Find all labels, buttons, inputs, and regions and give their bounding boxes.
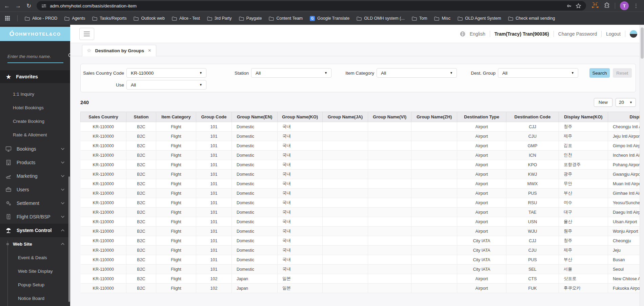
table-cell: 국내	[278, 132, 323, 141]
table-cell: RSU	[506, 198, 559, 208]
sidebar-item-1-1-inquiry[interactable]: 1:1 Inquiry	[0, 87, 70, 101]
page-size-select[interactable]: 20▼	[616, 98, 636, 107]
sidebar-item-notice-board[interactable]: Notice Board	[0, 291, 70, 305]
table-row[interactable]: KR-110000B2CFlight102Japan일본AirportFUK후쿠…	[81, 284, 644, 293]
sidebar-scrollbar[interactable]	[68, 176, 70, 302]
bookmark-item[interactable]: OLD OMH system (...	[357, 16, 404, 21]
new-button[interactable]: New	[594, 98, 612, 107]
table-row[interactable]: KR-110000B2CFlight101Domestic국내AirportRS…	[81, 198, 644, 208]
hamburger-menu-button[interactable]	[79, 28, 94, 40]
sidebar-item-hotel-bookings[interactable]: Hotel Bookings	[0, 101, 70, 114]
address-bar[interactable]: adm.ohmyhotel.com/basis/destination-item	[37, 1, 586, 11]
extensions-puzzle-icon[interactable]	[604, 2, 610, 10]
bookmark-item[interactable]: Outlook web	[134, 16, 164, 21]
table-row[interactable]: KR-110000B2CFlight101Domestic국내AirportTA…	[81, 208, 644, 217]
table-cell: Airport	[457, 227, 506, 236]
reset-button[interactable]: Reset	[613, 68, 632, 78]
sidebar-item-system-control[interactable]: System Control	[0, 224, 70, 237]
bookmark-item[interactable]: Paygate	[239, 16, 262, 21]
browser-menu-icon[interactable]: ⋮	[633, 3, 639, 9]
scrollbar-thumb[interactable]	[641, 27, 644, 59]
sidebar-item-web-site-display[interactable]: Web Site Display	[0, 264, 70, 278]
bookmark-item[interactable]: Tom	[412, 16, 427, 21]
table-row[interactable]: KR-110000B2CFlight101Domestic국내AirportMW…	[81, 179, 644, 189]
sidebar-item-marketing[interactable]: Marketing	[0, 169, 70, 183]
bookmark-item[interactable]: OLD Agent System	[458, 16, 501, 21]
sidebar-item-flight-dsr-bsp[interactable]: Flight DSR/BSP	[0, 210, 70, 224]
search-button[interactable]: Search	[589, 68, 610, 78]
table-row[interactable]: KR-110000B2CFlight101Domestic국내City IATA…	[81, 246, 644, 255]
table-cell: ICN	[506, 151, 559, 160]
bookmark-item[interactable]: Check email sending	[508, 16, 555, 21]
table-row[interactable]: KR-110000B2CFlight101Domestic국내AirportGM…	[81, 141, 644, 151]
bookmark-star-icon[interactable]	[576, 3, 581, 9]
table-row[interactable]: KR-110000B2CFlight101Domestic국내City IATA…	[81, 255, 644, 265]
language-selector[interactable]: English	[470, 31, 485, 37]
table-cell: Airport	[457, 160, 506, 170]
table-row[interactable]: KR-110000B2CFlight101Domestic국내AirportKW…	[81, 170, 644, 179]
table-row[interactable]: KR-110000B2CFlight101Domestic국내City IATA…	[81, 265, 644, 274]
table-cell: Flight	[156, 208, 196, 217]
table-cell: SEL	[506, 265, 559, 274]
sidebar-item-settlement[interactable]: Settlement	[0, 196, 70, 210]
table-cell	[368, 284, 411, 293]
tab-favorite-star-icon[interactable]: ☆	[87, 47, 91, 54]
site-settings-icon[interactable]	[41, 3, 46, 8]
sidebar-item-rate-allotment[interactable]: Rate & Allotment	[0, 128, 70, 141]
bookmark-item[interactable]: 3rd Party	[207, 16, 232, 21]
table-row[interactable]: KR-110000B2CFlight101Domestic국내AirportCJ…	[81, 122, 644, 132]
sales-country-code-select[interactable]: KR-110000▼	[126, 68, 206, 78]
profile-avatar[interactable]: T	[620, 1, 629, 10]
logout-link[interactable]: Logout	[606, 31, 621, 37]
sidebar-item-products[interactable]: Products	[0, 156, 70, 169]
table-row[interactable]: KR-110000B2CFlight101Domestic국내AirportCJ…	[81, 132, 644, 141]
bookmark-item[interactable]: Alice - PROD	[25, 16, 57, 21]
tab-destination-by-groups[interactable]: ☆ Destination by Groups ✕	[82, 45, 156, 56]
use-select[interactable]: All▼	[126, 80, 206, 90]
table-cell: Airport	[457, 198, 506, 208]
metamask-extension-icon[interactable]	[591, 2, 599, 10]
table-row[interactable]: KR-110000B2CFlight101Domestic국내AirportPU…	[81, 189, 644, 198]
search-icon[interactable]	[68, 53, 70, 60]
user-name[interactable]: Tram(Tracy) Tran(90036)	[495, 31, 549, 37]
table-cell	[323, 122, 368, 132]
table-row[interactable]: KR-110000B2CFlight102Japan일본AirportCTS삿포…	[81, 274, 644, 284]
dest-group-select[interactable]: All▼	[498, 68, 578, 78]
sidebar-item-create-booking[interactable]: Create Booking	[0, 114, 70, 128]
table-cell: PUS	[506, 255, 559, 265]
apps-grid-icon[interactable]	[5, 16, 10, 21]
sidebar-section-favorites[interactable]: ★ Favorites	[0, 70, 70, 83]
password-key-icon[interactable]	[566, 3, 572, 9]
theme-toggle-icon[interactable]	[630, 30, 637, 38]
station-select[interactable]: All▼	[251, 68, 331, 78]
sidebar-item-bookings[interactable]: Bookings	[0, 142, 70, 156]
table-row[interactable]: KR-110000B2CFlight101Domestic국내AirportWJ…	[81, 227, 644, 236]
sidebar-item-users[interactable]: Users	[0, 183, 70, 196]
sidebar-item-web-site[interactable]: Web Site	[0, 237, 70, 251]
change-password-link[interactable]: Change Password	[558, 31, 597, 37]
table-row[interactable]: KR-110000B2CFlight101Domestic국내City IATA…	[81, 236, 644, 246]
bookmark-item[interactable]: Misc	[434, 16, 450, 21]
bookmark-item[interactable]: Content Team	[269, 16, 303, 21]
table-row[interactable]: KR-110000B2CFlight101Domestic국내AirportUS…	[81, 217, 644, 227]
table-cell: Domestic	[232, 179, 278, 189]
back-icon[interactable]: ←	[4, 3, 10, 9]
sidebar-item-event-deals[interactable]: Event & Deals	[0, 251, 70, 264]
app-logo[interactable]: Ó OHMYHOTEL&CO	[0, 27, 70, 41]
bookmark-item[interactable]: GGoogle Translate	[310, 16, 349, 21]
sidebar-item-popup-setup[interactable]: Popup Setup	[0, 278, 70, 291]
table-cell: Domestic	[232, 122, 278, 132]
reload-icon[interactable]: ↻	[26, 3, 31, 9]
forward-icon[interactable]: →	[15, 3, 21, 9]
table-cell: 부산	[559, 255, 608, 265]
item-category-select[interactable]: All▼	[377, 68, 457, 78]
page-scrollbar[interactable]	[640, 25, 644, 306]
tab-close-icon[interactable]: ✕	[148, 48, 151, 53]
bookmark-item[interactable]: Agents	[64, 16, 85, 21]
table-row[interactable]: KR-110000B2CFlight101Domestic국내AirportIC…	[81, 151, 644, 160]
menu-search-input[interactable]	[7, 54, 68, 59]
table-cell	[323, 151, 368, 160]
bookmark-item[interactable]: Tasks/Reports	[92, 16, 126, 21]
table-row[interactable]: KR-110000B2CFlight101Domestic국내AirportKP…	[81, 160, 644, 170]
bookmark-item[interactable]: Alice - Test	[172, 16, 200, 21]
